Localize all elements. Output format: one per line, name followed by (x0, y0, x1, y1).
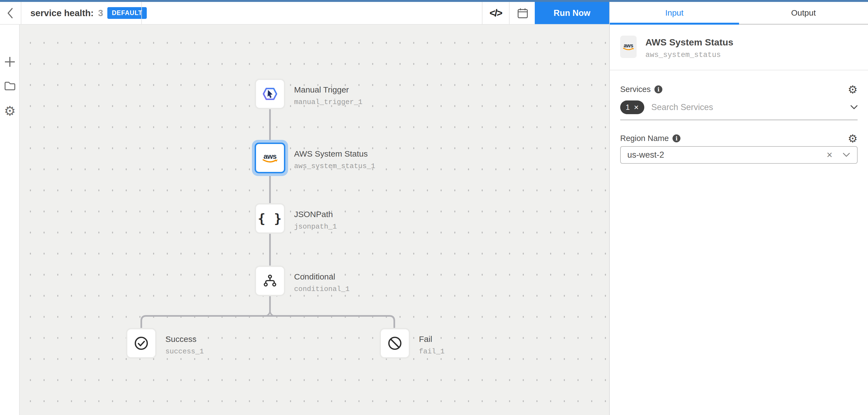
plus-icon (4, 56, 16, 68)
node-label: Fail fail_1 (419, 334, 445, 356)
region-label-row: Region Name i ⚙ (620, 134, 858, 143)
files-button[interactable] (0, 79, 20, 93)
node-aws-system-status-selection[interactable]: aws (252, 140, 288, 176)
services-label-row: Services i ⚙ (620, 85, 858, 94)
divider (141, 2, 142, 24)
node-id: fail_1 (419, 347, 445, 356)
node-label: JSONPath jsonpath_1 (294, 210, 337, 231)
node-title: Success (165, 334, 204, 344)
inspector-tabbar: Input Output (610, 2, 868, 25)
search-services-input[interactable] (651, 102, 843, 112)
divider (610, 70, 868, 70)
folder-icon (4, 81, 16, 91)
field-settings-gear-icon[interactable]: ⚙ (848, 132, 858, 145)
left-toolbar: ⚙ (0, 25, 20, 415)
workflow-title: service health: (30, 8, 94, 18)
node-title: JSONPath (294, 210, 337, 219)
fail-slash-icon (387, 336, 403, 351)
run-now-button[interactable]: Run Now (535, 2, 609, 24)
inspector-node-id: aws_system_status (645, 51, 733, 59)
node-label: Manual Trigger manual_trigger_1 (294, 85, 363, 106)
clear-icon[interactable]: × (827, 150, 832, 160)
info-icon[interactable]: i (673, 134, 680, 142)
node-jsonpath[interactable]: { } (255, 203, 285, 234)
info-icon[interactable]: i (654, 86, 662, 93)
schedule-button[interactable] (509, 2, 536, 24)
workflow-title-row: service health: 3 DEFAULT (30, 2, 147, 24)
aws-icon: aws (622, 42, 635, 51)
browser-accent-strip (0, 0, 868, 2)
selected-services-pill[interactable]: 1 × (620, 100, 644, 114)
node-inspector-panel: Input Output aws AWS System Status aws_s… (609, 2, 868, 415)
remove-selection-icon[interactable]: × (634, 103, 639, 111)
add-node-button[interactable] (0, 55, 20, 69)
node-conditional[interactable] (255, 265, 285, 296)
calendar-icon (517, 8, 528, 19)
node-fail[interactable] (379, 328, 410, 359)
back-button[interactable] (0, 2, 20, 24)
node-id: manual_trigger_1 (294, 98, 363, 106)
svg-text:aws: aws (264, 152, 277, 160)
field-settings-gear-icon[interactable]: ⚙ (848, 83, 858, 96)
node-aws-system-status[interactable]: aws (255, 142, 285, 173)
success-check-icon (133, 336, 149, 351)
workflow-canvas[interactable]: Manual Trigger manual_trigger_1 aws AWS … (20, 25, 609, 415)
workflow-run-count: 3 (98, 8, 103, 18)
node-title: Manual Trigger (294, 85, 363, 94)
svg-text:aws: aws (624, 43, 633, 49)
node-title: Conditional (294, 272, 350, 281)
tab-output[interactable]: Output (739, 2, 868, 24)
gear-icon: ⚙ (4, 104, 16, 118)
divider (21, 2, 21, 24)
node-id: conditional_1 (294, 285, 350, 293)
region-select[interactable]: × (620, 146, 858, 164)
node-label: Success success_1 (165, 334, 204, 356)
chevron-left-icon (7, 7, 14, 20)
region-label: Region Name (620, 134, 669, 143)
jsonpath-braces-icon: { } (258, 211, 282, 226)
node-id: jsonpath_1 (294, 223, 337, 231)
node-success[interactable] (126, 328, 157, 359)
region-input[interactable] (627, 150, 816, 160)
node-id: success_1 (165, 347, 204, 356)
tab-input[interactable]: Input (610, 2, 739, 24)
active-tab-indicator (610, 23, 739, 25)
code-icon: </> (490, 7, 502, 19)
settings-button[interactable]: ⚙ (0, 104, 20, 118)
chevron-down-icon[interactable] (843, 153, 850, 157)
code-view-button[interactable]: </> (483, 2, 509, 24)
inspector-node-title: AWS System Status (645, 37, 733, 47)
node-type-tile: aws (620, 36, 637, 58)
inspector-node-header: aws AWS System Status aws_system_status (620, 36, 733, 59)
node-manual-trigger[interactable] (255, 78, 285, 109)
manual-trigger-icon (262, 86, 278, 102)
default-badge: DEFAULT (107, 7, 147, 19)
app-header: service health: 3 DEFAULT </> Run Now (0, 2, 609, 25)
services-multiselect[interactable]: 1 × (620, 100, 858, 120)
aws-icon: aws (261, 152, 279, 164)
inspector-node-titles: AWS System Status aws_system_status (645, 36, 733, 59)
node-label: AWS System Status aws_system_status_1 (294, 149, 375, 170)
node-id: aws_system_status_1 (294, 162, 375, 170)
conditional-icon (262, 273, 278, 289)
node-title: Fail (419, 334, 445, 344)
chevron-down-icon[interactable] (850, 105, 858, 109)
services-label: Services (620, 85, 651, 94)
selected-count: 1 (626, 103, 630, 112)
node-title: AWS System Status (294, 149, 375, 159)
node-label: Conditional conditional_1 (294, 272, 350, 293)
